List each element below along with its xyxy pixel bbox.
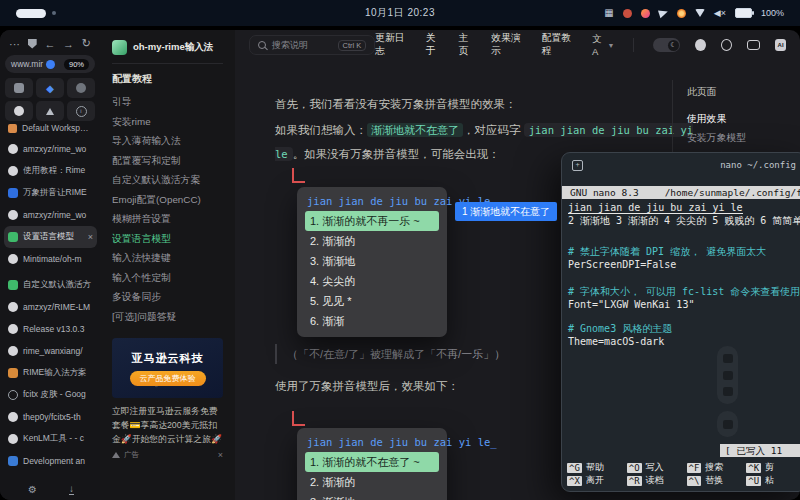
toc-item-usage-active[interactable]: 使用效果 [687, 109, 792, 128]
settings-gear-icon[interactable]: ⚙ [28, 484, 37, 495]
input-grid-icon[interactable]: ▦ [604, 8, 613, 18]
workspace-dot [52, 11, 56, 15]
github-icon [8, 144, 18, 154]
tab-rime-scheme[interactable]: RIME输入法方案 [4, 362, 97, 384]
config-comment-2: # 字体和大小， 可以用 fc-list 命令来查看使用 [568, 285, 800, 298]
config-comment-3: # Gnome3 风格的主题 [568, 322, 800, 335]
nav-item-personalize[interactable]: 输入个性定制 [112, 268, 223, 288]
github-icon[interactable] [695, 39, 706, 51]
nav-item-language-model-active[interactable]: 设置语言模型 [112, 229, 223, 249]
telegram-tray-icon[interactable] [658, 8, 669, 18]
ad-caption[interactable]: 立即注册亚马逊云服务免费套餐💳享高达200美元抵扣金🚀开始您的云计算之旅🚀 [112, 404, 223, 446]
ad-banner-button[interactable]: 云产品免费体验 [130, 371, 206, 386]
github-icon [8, 302, 18, 312]
ad-banner[interactable]: 亚马逊云科技 云产品免费体验 [112, 338, 223, 398]
terminal-preedit-line: jian jian de jiu bu zai yi le [568, 201, 800, 214]
extension-icon-1[interactable] [5, 78, 33, 98]
forward-icon[interactable]: → [63, 38, 74, 50]
search-input[interactable]: 搜索说明 Ctrl K [249, 35, 375, 55]
fcitx-selected-candidate[interactable]: 1 渐渐地就不在意了 [455, 202, 557, 221]
extension-icon-3[interactable] [67, 78, 95, 98]
doc-icon [8, 188, 18, 198]
tab-usage-tutorial[interactable]: 使用教程：Rime [4, 160, 97, 182]
nav-item-install-rime[interactable]: 安装rime [112, 112, 223, 132]
bilibili-icon[interactable] [747, 40, 760, 50]
ad-close-icon[interactable]: × [218, 450, 223, 460]
fcitx-tray-icon[interactable] [623, 9, 632, 18]
wifi-icon[interactable] [695, 9, 705, 17]
tab-release[interactable]: Release v13.0.3 [4, 318, 97, 340]
terminal-tab-icon[interactable]: + [572, 160, 583, 171]
downloads-icon[interactable]: ↓ [69, 484, 74, 495]
tab-language-model-active[interactable]: 设置语言模型× [4, 226, 97, 248]
nav-item-emoji[interactable]: Emoji配置(OpenCC) [112, 190, 223, 210]
nav-item-import-mint[interactable]: 导入薄荷输入法 [112, 131, 223, 151]
workspace-row[interactable]: Default Worksp… [8, 123, 88, 133]
language-selector[interactable]: 文A▼ [592, 33, 614, 57]
tab-development[interactable]: Development an [4, 450, 97, 472]
nav-item-faq[interactable]: [可选]问题答疑 [112, 307, 223, 327]
extension-icon-2[interactable]: ◆ [36, 78, 64, 98]
github-icon [8, 324, 18, 334]
tab-wanxiang-pinyin[interactable]: 万象拼音让RIME [4, 182, 97, 204]
nav-item-guide[interactable]: 引导 [112, 92, 223, 112]
more-menu-icon[interactable]: ··· [9, 38, 20, 50]
tab-amzxyz-rime-2[interactable]: amzxyz/rime_wo [4, 204, 97, 226]
nav-about[interactable]: 关于 [426, 32, 444, 58]
ad-card[interactable]: 亚马逊云科技 云产品免费体验 立即注册亚马逊云服务免费套餐💳享高达200美元抵扣… [112, 338, 223, 460]
nano-shortcuts-row-2: ^X离开 ^R读档 ^\替换 ^U粘 [567, 474, 800, 487]
gitee-icon[interactable] [721, 39, 732, 51]
fcitx-candidate-row[interactable]: 2 渐渐地 3 渐渐的 4 尖尖的 5 贱贱的 6 简简单 [568, 214, 800, 227]
tab-rime-wanxiang[interactable]: rime_wanxiang/ [4, 340, 97, 362]
tab-custom-scheme[interactable]: 自定义默认激活方 [4, 274, 97, 296]
search-shortcut-badge: Ctrl K [338, 40, 367, 51]
tab-rime-lm[interactable]: amzxyz/RIME-LM [4, 296, 97, 318]
nav-item-default-scheme[interactable]: 自定义默认激活方案 [112, 170, 223, 190]
candidate: 2. 渐渐的 [305, 231, 439, 251]
ai-icon[interactable]: AI [775, 39, 786, 51]
info-extension-icon[interactable]: i [67, 101, 95, 121]
tab-fcitx-skin[interactable]: fcitx 皮肤 - Goog [4, 384, 97, 406]
nav-item-fuzzy-pinyin[interactable]: 模糊拼音设置 [112, 209, 223, 229]
firefox-tray-icon[interactable] [641, 9, 650, 18]
red-annotation-mark [292, 168, 305, 183]
nav-tutorial[interactable]: 配置教程 [542, 32, 577, 58]
tab-kenlm[interactable]: KenLM工具 - - c [4, 428, 97, 450]
toc-title: 此页面 [687, 86, 792, 99]
nav-item-override[interactable]: 配置覆写和定制 [112, 151, 223, 171]
top-nav: 更新日志 关于 主页 效果演示 配置教程 文A▼ ☾ AI [375, 32, 786, 58]
site-header[interactable]: oh-my-rime输入法 [112, 40, 223, 64]
config-code-3: Theme=macOS-dark [568, 335, 800, 348]
nav-home[interactable]: 主页 [458, 32, 476, 58]
workspace-pill [16, 9, 46, 18]
divider [633, 38, 634, 52]
battery-icon [735, 8, 752, 18]
tab-fcitx5-theme[interactable]: thep0y/fcitx5-th [4, 406, 97, 428]
github-extension-icon[interactable] [5, 101, 33, 121]
nav-item-sync[interactable]: 多设备同步 [112, 287, 223, 307]
system-bar: 10月1日 20:23 ▦ ◀× 100% [0, 0, 800, 26]
volume-icon[interactable]: ◀× [714, 9, 726, 18]
extension-icon-5[interactable] [36, 101, 64, 121]
terminal-window[interactable]: + nano ~/.config GNU nano 8.3 /home/sunm… [561, 152, 800, 492]
nav-changelog[interactable]: 更新日志 [375, 32, 410, 58]
terminal-titlebar[interactable]: + nano ~/.config [562, 153, 800, 177]
red-annotation-mark [292, 411, 305, 426]
workspace-indicator[interactable] [16, 9, 56, 18]
workspace-icon [8, 124, 17, 133]
nav-item-hotkeys[interactable]: 输入法快捷键 [112, 248, 223, 268]
reload-icon[interactable]: ↻ [82, 37, 91, 50]
page-icon [8, 280, 18, 290]
nav-demo[interactable]: 效果演示 [491, 32, 526, 58]
tab-amzxyz-rime-1[interactable]: amzxyz/rime_wo [4, 138, 97, 160]
theme-toggle[interactable]: ☾ [653, 38, 680, 52]
zoom-badge[interactable]: 90% [64, 59, 89, 70]
url-bar[interactable]: www.mir 90% [5, 55, 95, 73]
candidate: 3. 渐渐地 [305, 492, 439, 500]
tab-mintimate[interactable]: Mintimate/oh-m [4, 248, 97, 270]
close-tab-icon[interactable]: × [88, 232, 93, 242]
shield-icon[interactable] [28, 39, 37, 49]
back-icon[interactable]: ← [44, 38, 55, 50]
toc-item-install-model[interactable]: 安装万象模型 [687, 128, 792, 147]
app-tray-icon[interactable] [677, 9, 686, 18]
